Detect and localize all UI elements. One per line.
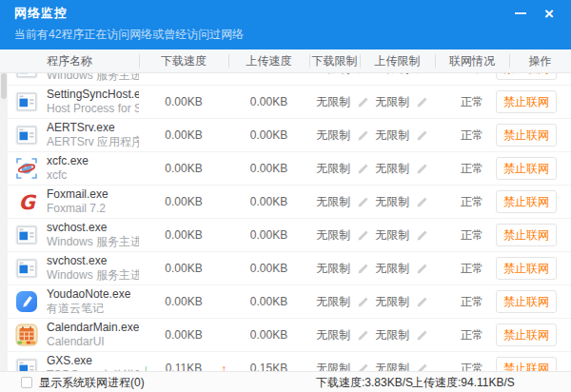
block-network-dropdown[interactable] — [556, 324, 557, 345]
program-name-cell: svchost.exe Windows 服务主进程 — [0, 254, 139, 283]
block-network-button-group: 禁止联网 — [496, 73, 557, 80]
block-network-button[interactable]: 禁止联网 — [497, 158, 556, 179]
download-arrow-icon: ↓ — [143, 362, 149, 372]
table-row: svchost.exe Windows 服务主进程 ↓ 0.00KB ↑ 0.0… — [0, 73, 571, 86]
edit-upload-limit-icon[interactable] — [416, 96, 428, 108]
upload-speed-value: 0.00KB — [250, 328, 287, 342]
program-exe-name: svchost.exe — [47, 254, 139, 268]
upload-speed-cell: ↑ 0.00KB — [228, 162, 309, 175]
edit-upload-limit-icon[interactable] — [416, 129, 428, 142]
vertical-scrollbar[interactable] — [0, 73, 8, 371]
edit-download-limit-icon[interactable] — [357, 196, 369, 208]
block-network-button-group: 禁止联网 — [496, 323, 557, 346]
limits-cell: 无限制 无限制 — [309, 194, 435, 210]
program-exe-name: GXS.exe — [47, 354, 139, 368]
block-network-dropdown[interactable] — [556, 91, 557, 112]
block-network-button-group: 禁止联网 — [496, 90, 557, 113]
upload-limit-value: 无限制 — [375, 161, 409, 177]
program-exe-name: Foxmail.exe — [47, 187, 108, 202]
action-cell: 禁止联网 — [509, 357, 571, 371]
program-name-cell: SettingSyncHost.exe Host Process for Set… — [0, 88, 139, 116]
edit-download-limit-icon[interactable] — [357, 329, 369, 342]
edit-upload-limit-icon[interactable] — [416, 329, 428, 342]
total-upload-speed: 上传速度:94.11KB/S — [412, 372, 515, 392]
edit-download-limit-icon[interactable] — [357, 263, 369, 275]
windows-service-icon — [15, 73, 38, 80]
action-cell: 禁止联网 — [509, 290, 571, 313]
edit-download-limit-icon[interactable] — [357, 363, 369, 372]
show-system-processes-toggle[interactable]: 显示系统联网进程(0) — [21, 372, 145, 392]
scrollbar-thumb[interactable] — [1, 73, 7, 99]
download-speed-cell: ↓ 0.00KB — [139, 195, 228, 208]
program-exe-name: xcfc.exe — [47, 154, 89, 168]
table-row: AERTSrv.exe AERTSrv 应用程序 ↓ 0.00KB ↑ 0.00… — [0, 119, 571, 152]
xcfc-icon — [15, 157, 38, 180]
block-network-button[interactable]: 禁止联网 — [497, 258, 556, 279]
block-network-dropdown[interactable] — [556, 125, 557, 146]
block-network-dropdown[interactable] — [556, 258, 557, 279]
title-bar: 网络监控 × — [0, 0, 571, 27]
action-cell: 禁止联网 — [509, 257, 571, 280]
block-network-button[interactable]: 禁止联网 — [497, 324, 556, 345]
program-description: 有道云笔记 — [47, 302, 130, 316]
block-network-dropdown[interactable] — [556, 358, 557, 371]
program-name-cell: GXS.exe TODO： <文件说明> — [0, 354, 139, 371]
download-speed-value: 0.00KB — [165, 128, 202, 142]
edit-upload-limit-icon[interactable] — [416, 229, 428, 242]
block-network-button[interactable]: 禁止联网 — [497, 191, 556, 212]
program-exe-name: YoudaoNote.exe — [47, 287, 130, 302]
program-description: Windows 服务主进程 — [47, 268, 139, 283]
download-limit-value: 无限制 — [316, 327, 350, 343]
block-network-button[interactable]: 禁止联网 — [497, 125, 556, 146]
download-speed-value: 0.00KB — [165, 162, 202, 175]
download-speed-cell: ↓ 0.00KB — [139, 162, 228, 175]
action-cell: 禁止联网 — [509, 157, 571, 180]
table-row: svchost.exe Windows 服务主进程 ↓ 0.00KB ↑ 0.0… — [0, 252, 571, 285]
edit-download-limit-icon[interactable] — [357, 73, 369, 75]
block-network-dropdown[interactable] — [556, 158, 557, 179]
header-network-status: 联网情况 — [435, 53, 509, 69]
block-network-dropdown[interactable] — [556, 73, 557, 79]
download-speed-value: 0.00KB — [165, 73, 202, 75]
download-speed-value: 0.11KB — [166, 362, 202, 371]
program-description: xcfc — [47, 168, 89, 183]
edit-upload-limit-icon[interactable] — [416, 363, 428, 372]
header-upload-limit: 上传限制 — [360, 53, 435, 69]
block-network-button[interactable]: 禁止联网 — [497, 73, 556, 79]
checkbox-icon[interactable] — [21, 377, 32, 388]
block-network-button[interactable]: 禁止联网 — [497, 358, 556, 371]
windows-service-icon — [15, 257, 38, 280]
block-network-dropdown[interactable] — [556, 225, 557, 245]
close-button[interactable]: × — [535, 0, 563, 27]
upload-speed-cell: ↑ 0.00KB — [228, 295, 309, 308]
edit-upload-limit-icon[interactable] — [416, 263, 428, 275]
block-network-dropdown[interactable] — [556, 291, 557, 312]
edit-upload-limit-icon[interactable] — [416, 196, 428, 208]
block-network-button[interactable]: 禁止联网 — [497, 225, 556, 245]
edit-download-limit-icon[interactable] — [357, 129, 369, 142]
edit-download-limit-icon[interactable] — [357, 296, 369, 308]
windows-service-icon — [15, 224, 38, 246]
block-network-dropdown[interactable] — [556, 191, 557, 212]
edit-download-limit-icon[interactable] — [357, 163, 369, 175]
table-row: G Foxmail.exe Foxmail 7.2 ↓ 0.00KB ↑ 0.0… — [0, 186, 571, 219]
block-network-button[interactable]: 禁止联网 — [497, 291, 556, 312]
edit-upload-limit-icon[interactable] — [416, 163, 428, 175]
upload-speed-cell: ↑ 0.00KB — [228, 228, 309, 242]
minimize-button[interactable] — [506, 0, 535, 27]
block-network-button-group: 禁止联网 — [496, 190, 557, 213]
download-speed-value: 0.00KB — [165, 195, 202, 208]
edit-upload-limit-icon[interactable] — [416, 73, 428, 75]
download-limit-value: 无限制 — [316, 261, 350, 277]
program-exe-name: AERTSrv.exe — [47, 121, 139, 135]
edit-download-limit-icon[interactable] — [357, 229, 369, 242]
edit-upload-limit-icon[interactable] — [416, 296, 428, 308]
action-cell: 禁止联网 — [509, 124, 571, 147]
block-network-button[interactable]: 禁止联网 — [497, 91, 556, 112]
edit-download-limit-icon[interactable] — [357, 96, 369, 108]
calendar-icon — [15, 323, 38, 346]
block-network-button-group: 禁止联网 — [496, 157, 557, 180]
windows-service-icon — [15, 124, 38, 147]
download-limit-value: 无限制 — [316, 227, 350, 244]
program-description: Windows 服务主进程 — [47, 235, 139, 249]
